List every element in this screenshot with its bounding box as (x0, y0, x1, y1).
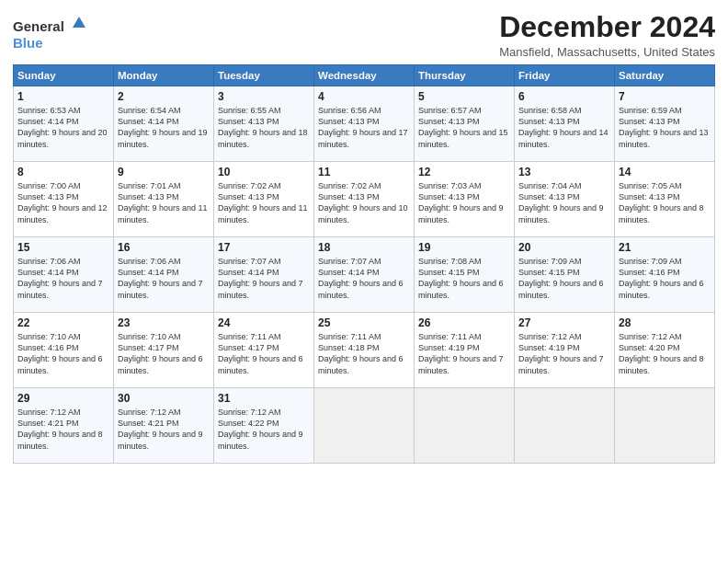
calendar-cell: 5Sunrise: 6:57 AMSunset: 4:13 PMDaylight… (415, 86, 515, 162)
calendar-cell: 4Sunrise: 6:56 AMSunset: 4:13 PMDaylight… (314, 86, 415, 162)
day-detail: Sunrise: 6:59 AMSunset: 4:13 PMDaylight:… (619, 105, 711, 150)
day-number: 18 (318, 241, 410, 254)
day-number: 2 (118, 90, 210, 103)
logo: General Blue (13, 15, 87, 52)
day-detail: Sunrise: 7:12 AMSunset: 4:21 PMDaylight:… (17, 407, 109, 452)
day-detail: Sunrise: 7:02 AMSunset: 4:13 PMDaylight:… (318, 180, 410, 225)
calendar-cell: 12Sunrise: 7:03 AMSunset: 4:13 PMDayligh… (415, 162, 515, 237)
calendar-cell: 17Sunrise: 7:07 AMSunset: 4:14 PMDayligh… (214, 237, 314, 313)
calendar-cell: 11Sunrise: 7:02 AMSunset: 4:13 PMDayligh… (314, 162, 415, 237)
column-header-monday: Monday (114, 65, 214, 86)
day-detail: Sunrise: 7:12 AMSunset: 4:22 PMDaylight:… (218, 407, 310, 452)
day-number: 28 (619, 316, 711, 329)
day-number: 1 (17, 90, 109, 103)
day-number: 15 (17, 241, 109, 254)
day-number: 16 (118, 241, 210, 254)
calendar-cell: 10Sunrise: 7:02 AMSunset: 4:13 PMDayligh… (214, 162, 314, 237)
calendar-cell: 18Sunrise: 7:07 AMSunset: 4:14 PMDayligh… (314, 237, 415, 313)
day-detail: Sunrise: 7:08 AMSunset: 4:15 PMDaylight:… (418, 256, 510, 301)
day-number: 26 (418, 316, 510, 329)
day-detail: Sunrise: 7:01 AMSunset: 4:13 PMDaylight:… (118, 180, 210, 225)
day-detail: Sunrise: 7:00 AMSunset: 4:13 PMDaylight:… (17, 180, 109, 225)
day-detail: Sunrise: 7:05 AMSunset: 4:13 PMDaylight:… (619, 180, 711, 225)
day-number: 10 (218, 166, 310, 178)
column-header-wednesday: Wednesday (314, 65, 415, 86)
calendar-cell: 23Sunrise: 7:10 AMSunset: 4:17 PMDayligh… (114, 313, 214, 388)
day-number: 29 (17, 392, 109, 405)
day-detail: Sunrise: 6:56 AMSunset: 4:13 PMDaylight:… (318, 105, 410, 150)
day-detail: Sunrise: 7:10 AMSunset: 4:16 PMDaylight:… (17, 331, 109, 376)
calendar-cell: 31Sunrise: 7:12 AMSunset: 4:22 PMDayligh… (214, 388, 314, 464)
calendar-week-row: 1Sunrise: 6:53 AMSunset: 4:14 PMDaylight… (14, 86, 715, 162)
calendar-cell: 2Sunrise: 6:54 AMSunset: 4:14 PMDaylight… (114, 86, 214, 162)
day-number: 27 (518, 316, 610, 329)
day-detail: Sunrise: 7:02 AMSunset: 4:13 PMDaylight:… (218, 180, 310, 225)
day-detail: Sunrise: 7:03 AMSunset: 4:13 PMDaylight:… (418, 180, 510, 225)
calendar-cell: 20Sunrise: 7:09 AMSunset: 4:15 PMDayligh… (515, 237, 615, 313)
day-number: 25 (318, 316, 410, 329)
calendar-cell: 26Sunrise: 7:11 AMSunset: 4:19 PMDayligh… (415, 313, 515, 388)
calendar-cell: 6Sunrise: 6:58 AMSunset: 4:13 PMDaylight… (515, 86, 615, 162)
header-row: General Blue December 2024 Mansfield, Ma… (13, 11, 715, 59)
calendar-cell: 25Sunrise: 7:11 AMSunset: 4:18 PMDayligh… (314, 313, 415, 388)
calendar-container: General Blue December 2024 Mansfield, Ma… (0, 0, 728, 563)
column-header-friday: Friday (515, 65, 615, 86)
day-number: 20 (518, 241, 610, 254)
column-header-tuesday: Tuesday (214, 65, 314, 86)
calendar-cell: 8Sunrise: 7:00 AMSunset: 4:13 PMDaylight… (14, 162, 114, 237)
day-detail: Sunrise: 7:09 AMSunset: 4:16 PMDaylight:… (619, 256, 711, 301)
calendar-cell: 30Sunrise: 7:12 AMSunset: 4:21 PMDayligh… (114, 388, 214, 464)
calendar-cell: 14Sunrise: 7:05 AMSunset: 4:13 PMDayligh… (615, 162, 715, 237)
logo-general: General (13, 18, 64, 34)
day-detail: Sunrise: 7:10 AMSunset: 4:17 PMDaylight:… (118, 331, 210, 376)
day-detail: Sunrise: 7:04 AMSunset: 4:13 PMDaylight:… (518, 180, 610, 225)
calendar-week-row: 15Sunrise: 7:06 AMSunset: 4:14 PMDayligh… (14, 237, 715, 313)
day-number: 31 (218, 392, 310, 405)
calendar-week-row: 8Sunrise: 7:00 AMSunset: 4:13 PMDaylight… (14, 162, 715, 237)
day-detail: Sunrise: 7:11 AMSunset: 4:19 PMDaylight:… (418, 331, 510, 376)
calendar-cell (415, 388, 515, 464)
calendar-cell (314, 388, 415, 464)
calendar-cell: 9Sunrise: 7:01 AMSunset: 4:13 PMDaylight… (114, 162, 214, 237)
calendar-cell: 29Sunrise: 7:12 AMSunset: 4:21 PMDayligh… (14, 388, 114, 464)
calendar-cell: 13Sunrise: 7:04 AMSunset: 4:13 PMDayligh… (515, 162, 615, 237)
day-number: 4 (318, 90, 410, 103)
day-number: 6 (518, 90, 610, 103)
calendar-cell: 7Sunrise: 6:59 AMSunset: 4:13 PMDaylight… (615, 86, 715, 162)
day-number: 8 (17, 166, 109, 178)
calendar-cell: 1Sunrise: 6:53 AMSunset: 4:14 PMDaylight… (14, 86, 114, 162)
day-number: 17 (218, 241, 310, 254)
calendar-table: SundayMondayTuesdayWednesdayThursdayFrid… (13, 64, 715, 464)
day-detail: Sunrise: 7:07 AMSunset: 4:14 PMDaylight:… (318, 256, 410, 301)
column-header-saturday: Saturday (615, 65, 715, 86)
day-detail: Sunrise: 6:53 AMSunset: 4:14 PMDaylight:… (17, 105, 109, 150)
calendar-week-row: 22Sunrise: 7:10 AMSunset: 4:16 PMDayligh… (14, 313, 715, 388)
day-detail: Sunrise: 7:12 AMSunset: 4:19 PMDaylight:… (518, 331, 610, 376)
logo-icon (71, 18, 87, 34)
day-detail: Sunrise: 7:12 AMSunset: 4:20 PMDaylight:… (619, 331, 711, 376)
page-subtitle: Mansfield, Massachusetts, United States (499, 45, 715, 59)
day-number: 21 (619, 241, 711, 254)
title-block: December 2024 Mansfield, Massachusetts, … (499, 11, 715, 59)
day-number: 24 (218, 316, 310, 329)
calendar-week-row: 29Sunrise: 7:12 AMSunset: 4:21 PMDayligh… (14, 388, 715, 464)
calendar-header-row: SundayMondayTuesdayWednesdayThursdayFrid… (14, 65, 715, 86)
day-detail: Sunrise: 7:06 AMSunset: 4:14 PMDaylight:… (17, 256, 109, 301)
day-number: 19 (418, 241, 510, 254)
day-number: 5 (418, 90, 510, 103)
day-detail: Sunrise: 6:54 AMSunset: 4:14 PMDaylight:… (118, 105, 210, 150)
logo-blue: Blue (13, 35, 43, 51)
day-detail: Sunrise: 7:06 AMSunset: 4:14 PMDaylight:… (118, 256, 210, 301)
day-detail: Sunrise: 6:58 AMSunset: 4:13 PMDaylight:… (518, 105, 610, 150)
calendar-cell: 24Sunrise: 7:11 AMSunset: 4:17 PMDayligh… (214, 313, 314, 388)
calendar-cell: 3Sunrise: 6:55 AMSunset: 4:13 PMDaylight… (214, 86, 314, 162)
day-number: 14 (619, 166, 711, 178)
calendar-cell: 28Sunrise: 7:12 AMSunset: 4:20 PMDayligh… (615, 313, 715, 388)
day-detail: Sunrise: 6:55 AMSunset: 4:13 PMDaylight:… (218, 105, 310, 150)
day-detail: Sunrise: 7:07 AMSunset: 4:14 PMDaylight:… (218, 256, 310, 301)
day-detail: Sunrise: 7:11 AMSunset: 4:18 PMDaylight:… (318, 331, 410, 376)
day-number: 22 (17, 316, 109, 329)
day-number: 3 (218, 90, 310, 103)
calendar-cell (515, 388, 615, 464)
day-number: 11 (318, 166, 410, 178)
